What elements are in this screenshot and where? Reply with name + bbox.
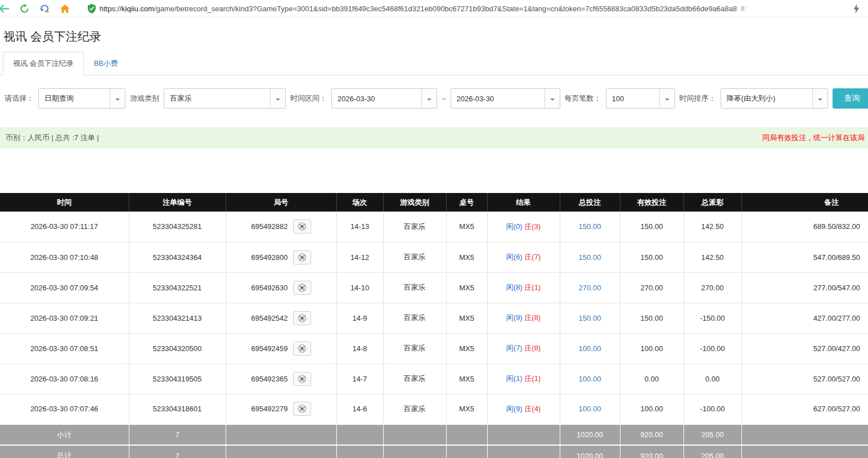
round-number: 695492459 [251,344,287,353]
round-number: 695492630 [251,284,287,292]
cell-payout: 0.00 [683,363,741,394]
total-bet-link[interactable]: 270.00 [579,284,601,292]
subtotal-row: 小计 7 1020.00 920.00 205.00 [0,424,868,445]
chevron-down-icon[interactable] [270,89,285,108]
cell-session: 14-10 [336,272,383,303]
result-player: 闲(0) [506,222,523,231]
page-title: 视讯 会员下注纪录 [3,29,868,44]
url-host: kiqiiu.com [122,5,154,13]
cell-table-id: MX5 [446,303,487,333]
game-result-icon[interactable] [293,281,311,295]
bet-records-table: 时间注单编号局号场次游戏类别桌号结果总投注有效投注总派彩备注 2026-03-3… [0,193,868,458]
browser-nav-icons [0,2,71,15]
total-bet-link[interactable]: 100.00 [579,344,601,353]
total-bet-link[interactable]: 150.00 [579,222,601,231]
column-header-2: 注单编号 [129,193,226,212]
chevron-down-icon[interactable] [110,89,125,108]
cell-payout: -100.00 [683,394,741,424]
sort-select[interactable]: 降幂(由大到小) [721,88,828,109]
cell-total-bet: 100.00 [560,394,620,424]
chevron-down-icon[interactable] [545,89,560,108]
cell-valid-bet: 150.00 [620,303,683,333]
game-result-icon[interactable] [293,219,311,234]
cell-time: 2026-03-30 07:09:21 [0,303,129,333]
table-header-row: 时间注单编号局号场次游戏类别桌号结果总投注有效投注总派彩备注 [0,193,868,212]
cell-bet-id: 523304319505 [129,363,226,394]
page-size-label: 每页笔数： [565,93,601,104]
result-banker: 庄(4) [524,405,541,413]
date-to-input[interactable]: 2026-03-30 [451,88,560,109]
cell-game-type: 百家乐 [383,242,446,272]
chevron-down-icon[interactable] [812,89,827,108]
cell-game-type: 百家乐 [383,394,446,424]
total-label: 总计 [0,445,129,458]
search-button[interactable]: 查询 [833,88,868,109]
cell-time: 2026-03-30 07:09:54 [0,272,129,303]
cell-session: 14-12 [336,242,383,272]
url-text: https://kiqiiu.com/game/betrecord_search… [100,5,737,13]
column-header-3: 局号 [226,193,336,212]
cell-table-id: MX5 [446,363,487,394]
subtotal-valid-bet: 920.00 [620,424,683,445]
game-result-icon[interactable] [293,372,311,386]
security-shield-icon[interactable] [88,4,96,14]
total-bet-link[interactable]: 100.00 [579,405,601,413]
cell-bet-id: 523304322521 [129,272,226,303]
tab-bet-records[interactable]: 视讯 会员下注纪录 [3,52,84,75]
cell-table-id: MX5 [446,333,487,363]
total-bet-link[interactable]: 150.00 [579,314,601,322]
tab-bb-tips[interactable]: BB小费 [84,52,128,75]
cell-result: 闲(9) 庄(4) [487,394,560,424]
date-query-select[interactable]: 日期查询 [38,88,125,109]
round-number: 695492542 [251,314,287,322]
cell-game-type: 百家乐 [383,272,446,303]
game-result-icon[interactable] [293,402,311,416]
cell-payout: 142.50 [683,242,741,272]
table-row: 2026-03-30 07:09:21523304321413695492542… [0,303,868,333]
game-type-label: 游戏类别 [130,93,159,104]
subtotal-total-bet: 1020.00 [560,424,620,445]
table-body: 2026-03-30 07:11:17523304325281695492882… [0,212,868,424]
cell-payout: -150.00 [683,303,741,333]
cell-valid-bet: 150.00 [620,242,683,272]
cell-time: 2026-03-30 07:07:46 [0,394,129,424]
game-type-select[interactable]: 百家乐 [164,88,286,109]
round-number: 695492800 [251,253,287,262]
cell-round: 695492630 [226,272,336,303]
table-row: 2026-03-30 07:07:46523304318601695492279… [0,394,868,424]
result-banker: 庄(8) [524,344,541,352]
result-player: 闲(6) [506,253,523,261]
refresh-icon[interactable] [18,2,30,15]
column-header-4: 场次 [336,193,383,212]
column-header-11: 备注 [741,193,868,212]
game-result-icon[interactable] [293,250,311,264]
undo-icon[interactable] [38,2,51,15]
game-result-icon[interactable] [293,311,311,325]
chevron-down-icon[interactable] [421,89,437,108]
result-player: 闲(9) [506,313,523,322]
cell-time: 2026-03-30 07:10:48 [0,242,129,272]
cell-result: 闲(6) 庄(7) [487,242,560,272]
total-bet-link[interactable]: 100.00 [579,375,601,383]
cell-game-type: 百家乐 [383,212,446,242]
cell-table-id: MX5 [446,242,487,272]
cell-bet-id: 523304325281 [129,212,226,242]
cell-session: 14-7 [336,363,383,394]
column-header-8: 总投注 [560,193,620,212]
total-payout: 205.00 [683,445,741,458]
sort-label: 时间排序： [680,93,716,104]
home-icon[interactable] [59,2,71,15]
chevron-down-icon[interactable] [659,89,674,108]
column-header-5: 游戏类别 [383,193,446,212]
column-header-7: 结果 [487,193,560,212]
currency-summary: 币别：人民币 | 总共 :7 注单 | [6,133,99,143]
total-bet-link[interactable]: 150.00 [579,253,601,262]
date-from-input[interactable]: 2026-03-30 [331,88,437,109]
lightning-icon[interactable] [850,2,862,15]
page-size-select[interactable]: 100 [606,88,675,109]
url-bar[interactable]: https://kiqiiu.com/game/betrecord_search… [88,4,842,14]
game-result-icon[interactable] [293,342,311,356]
result-banker: 庄(1) [524,283,541,291]
back-button[interactable] [0,2,10,15]
result-player: 闲(9) [506,405,523,413]
